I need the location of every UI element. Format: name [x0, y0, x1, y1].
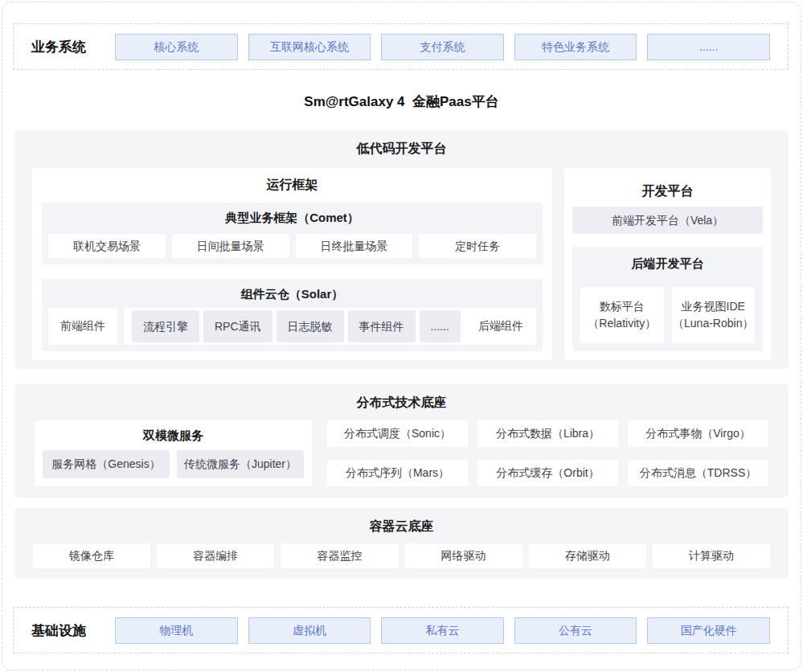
dev-platform-title: 开发平台 [572, 182, 763, 200]
infrastructure-button: 公有云 [514, 617, 637, 644]
distributed-service-cell: 分布式序列（Mars） [327, 460, 468, 486]
container-cloud-section: 容器云底座 镜像仓库 容器编排 容器监控 网络驱动 存储驱动 计算驱动 [14, 508, 789, 578]
business-systems-bar: 业务系统 核心系统 互联网核心系统 支付系统 特色业务系统 ...... [13, 23, 789, 70]
lowcode-platform-section: 低代码开发平台 运行框架 典型业务框架（Comet） 联机交易场景 日间批量场景… [14, 130, 789, 369]
comet-scenario-cell: 日间批量场景 [172, 234, 289, 258]
backend-dev-cell-line1: 数标平台 [600, 298, 645, 315]
business-system-button: ...... [647, 34, 770, 60]
infrastructure-bar: 基础设施 物理机 虚拟机 私有云 公有云 国产化硬件 [13, 607, 789, 654]
infrastructure-row: 物理机 虚拟机 私有云 公有云 国产化硬件 [115, 617, 770, 644]
distributed-service-cell: 分布式数据（Libra） [477, 420, 618, 447]
frontend-dev-platform-chip: 前端开发平台（Vela） [572, 207, 763, 234]
comet-scenario-cell: 联机交易场景 [48, 234, 166, 258]
solar-component-chip: 事件组件 [348, 310, 416, 342]
architecture-diagram: 业务系统 核心系统 互联网核心系统 支付系统 特色业务系统 ...... Sm@… [2, 2, 801, 670]
dual-mode-microservice-title: 双模微服务 [43, 427, 304, 445]
solar-component-chip: RPC通讯 [203, 310, 272, 342]
distributed-base-section: 分布式技术底座 双模微服务 服务网格（Genesis） 传统微服务（Jupite… [14, 384, 789, 498]
distributed-service-cell: 分布式调度（Sonic） [327, 420, 468, 447]
distributed-base-title: 分布式技术底座 [35, 394, 768, 412]
microservice-chip: 服务网格（Genesis） [43, 450, 170, 478]
backend-components-label: 后端组件 [478, 319, 523, 334]
lowcode-title: 低代码开发平台 [32, 140, 771, 158]
distributed-services-grid: 分布式调度（Sonic） 分布式数据（Libra） 分布式事物（Virgo） 分… [327, 420, 768, 486]
backend-dev-cell-line2: （Relativity） [588, 315, 656, 332]
comet-scenario-cell: 日终批量场景 [296, 234, 413, 258]
business-systems-label: 业务系统 [31, 38, 86, 56]
container-capability-cell: 网络驱动 [405, 543, 522, 568]
dev-platform-box: 开发平台 前端开发平台（Vela） 后端开发平台 数标平台 （Relativit… [564, 168, 771, 360]
solar-component-chip: 流程引擎 [132, 310, 199, 342]
business-system-button: 特色业务系统 [514, 34, 637, 60]
business-system-button: 支付系统 [381, 34, 504, 60]
backend-dev-cell-line2: （Luna-Robin） [673, 315, 753, 332]
distributed-service-cell: 分布式缓存（Orbit） [477, 460, 618, 486]
distributed-service-cell: 分布式事物（Virgo） [628, 420, 768, 447]
business-system-button: 核心系统 [115, 34, 238, 60]
comet-framework-title: 典型业务框架（Comet） [48, 209, 536, 227]
solar-component-chip: ...... [420, 310, 461, 342]
frontend-components-cell: 前端组件 [48, 308, 117, 345]
business-systems-row: 核心系统 互联网核心系统 支付系统 特色业务系统 ...... [115, 34, 770, 60]
infrastructure-button: 虚拟机 [248, 617, 371, 644]
dual-mode-microservice-box: 双模微服务 服务网格（Genesis） 传统微服务（Jupiter） [35, 420, 312, 486]
container-capability-cell: 存储驱动 [529, 543, 646, 568]
container-capability-cell: 计算驱动 [653, 543, 770, 568]
solar-warehouse-box: 组件云仓（Solar） 前端组件 流程引擎 RPC通讯 日志脱敏 事件组件 ..… [42, 279, 543, 351]
comet-scenario-cell: 定时任务 [419, 234, 536, 258]
infrastructure-button: 物理机 [115, 617, 238, 644]
backend-dev-platform-box: 后端开发平台 数标平台 （Relativity） 业务视图IDE （Luna-R… [572, 247, 763, 351]
solar-components-strip: 流程引擎 RPC通讯 日志脱敏 事件组件 ...... 后端组件 [124, 308, 536, 345]
infrastructure-label: 基础设施 [31, 621, 86, 640]
runtime-framework-box: 运行框架 典型业务框架（Comet） 联机交易场景 日间批量场景 日终批量场景 … [32, 168, 552, 360]
backend-dev-platform-title: 后端开发平台 [580, 255, 755, 272]
comet-framework-box: 典型业务框架（Comet） 联机交易场景 日间批量场景 日终批量场景 定时任务 [42, 203, 543, 264]
infrastructure-button: 私有云 [381, 617, 504, 644]
distributed-service-cell: 分布式消息（TDRSS） [628, 460, 768, 486]
backend-dev-cell-line1: 业务视图IDE [682, 298, 745, 315]
runtime-framework-title: 运行框架 [42, 176, 543, 194]
container-capability-cell: 容器编排 [157, 543, 274, 568]
solar-component-chip: 日志脱敏 [277, 310, 344, 342]
solar-warehouse-title: 组件云仓（Solar） [48, 285, 536, 303]
backend-dev-cell: 业务视图IDE （Luna-Robin） [672, 287, 756, 343]
infrastructure-button: 国产化硬件 [647, 617, 770, 644]
business-system-button: 互联网核心系统 [248, 34, 371, 60]
backend-dev-cell: 数标平台 （Relativity） [580, 287, 664, 343]
platform-title: Sm@rtGalaxy 4 金融Paas平台 [2, 93, 801, 111]
microservice-chip: 传统微服务（Jupiter） [177, 450, 304, 478]
container-cloud-title: 容器云底座 [33, 518, 770, 535]
container-capability-cell: 容器监控 [281, 543, 398, 568]
container-capability-cell: 镜像仓库 [33, 543, 150, 568]
